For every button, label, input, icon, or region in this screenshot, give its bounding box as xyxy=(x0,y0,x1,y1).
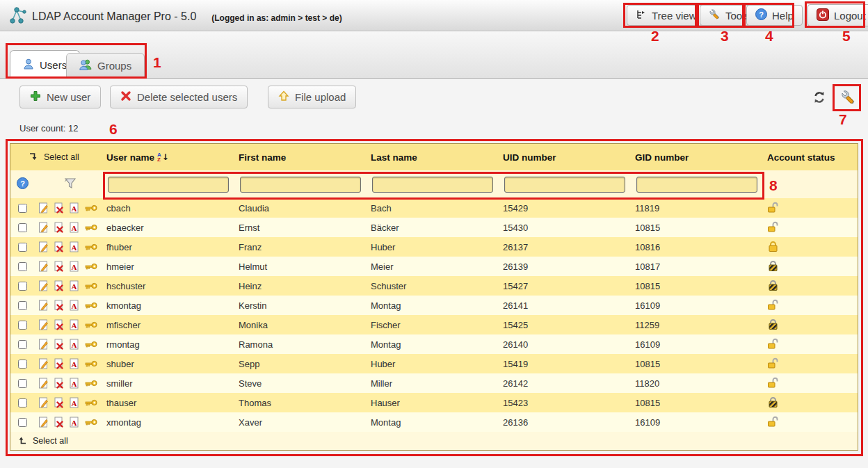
row-select-checkbox[interactable] xyxy=(18,360,27,369)
edit-user-icon[interactable] xyxy=(38,300,49,311)
tab-groups[interactable]: Groups xyxy=(66,53,145,79)
pdf-export-icon[interactable]: A xyxy=(69,202,79,213)
row-select-checkbox[interactable] xyxy=(18,243,27,252)
password-key-icon[interactable] xyxy=(84,379,97,387)
row-select-checkbox[interactable] xyxy=(18,301,27,310)
delete-user-icon[interactable] xyxy=(54,378,64,389)
col-firstname[interactable]: First name xyxy=(239,144,371,170)
edit-user-icon[interactable] xyxy=(38,358,49,369)
col-username[interactable]: User name AZ ↓ xyxy=(106,144,239,170)
filter-funnel-icon[interactable] xyxy=(63,177,77,192)
username-cell[interactable]: kmontag xyxy=(106,296,239,315)
pdf-export-icon[interactable]: A xyxy=(69,378,79,389)
delete-selected-users-button[interactable]: Delete selected users xyxy=(110,86,248,108)
password-key-icon[interactable] xyxy=(84,243,97,251)
pdf-export-icon[interactable]: A xyxy=(69,319,79,330)
username-cell[interactable]: fhuber xyxy=(106,237,239,257)
pdf-export-icon[interactable]: A xyxy=(69,222,79,233)
filter-help-icon[interactable]: ? xyxy=(17,177,29,191)
password-key-icon[interactable] xyxy=(84,418,97,426)
sort-az-icon[interactable]: AZ ↓ xyxy=(157,152,169,162)
list-settings-wrench-icon[interactable] xyxy=(840,89,857,106)
uid-cell: 15430 xyxy=(503,218,635,237)
table-row: A smiller Steve Miller 26142 11820 xyxy=(10,373,858,393)
username-cell[interactable]: xmontag xyxy=(106,412,239,432)
pdf-export-icon[interactable]: A xyxy=(69,261,79,272)
delete-user-icon[interactable] xyxy=(54,222,64,233)
pdf-export-icon[interactable]: A xyxy=(69,339,79,350)
edit-user-icon[interactable] xyxy=(38,319,49,330)
pdf-export-icon[interactable]: A xyxy=(69,397,79,408)
edit-user-icon[interactable] xyxy=(38,397,49,408)
password-key-icon[interactable] xyxy=(84,204,97,212)
delete-user-icon[interactable] xyxy=(54,241,64,252)
pdf-export-icon[interactable]: A xyxy=(69,280,79,291)
username-cell[interactable]: shuber xyxy=(106,354,239,373)
password-key-icon[interactable] xyxy=(84,360,97,368)
col-lastname[interactable]: Last name xyxy=(371,144,503,170)
username-cell[interactable]: hschuster xyxy=(106,276,239,296)
account-status-partially-locked-icon xyxy=(767,396,779,410)
help-button[interactable]: ? Help xyxy=(746,5,803,26)
delete-user-icon[interactable] xyxy=(54,339,64,350)
username-cell[interactable]: thauser xyxy=(106,393,239,412)
delete-user-icon[interactable] xyxy=(54,319,64,330)
filter-firstname-input[interactable] xyxy=(240,177,361,193)
edit-user-icon[interactable] xyxy=(38,280,49,291)
edit-user-icon[interactable] xyxy=(38,339,49,350)
row-select-checkbox[interactable] xyxy=(18,379,27,388)
row-select-checkbox[interactable] xyxy=(18,223,27,232)
edit-user-icon[interactable] xyxy=(38,378,49,389)
password-key-icon[interactable] xyxy=(84,301,97,309)
username-cell[interactable]: mfischer xyxy=(106,315,239,334)
col-gid[interactable]: GID number xyxy=(635,144,767,170)
delete-user-icon[interactable] xyxy=(54,300,64,311)
filter-gid-input[interactable] xyxy=(636,177,757,193)
delete-user-icon[interactable] xyxy=(54,358,64,369)
uid-cell: 26139 xyxy=(503,257,635,276)
password-key-icon[interactable] xyxy=(84,321,97,329)
username-cell[interactable]: smiller xyxy=(106,373,239,393)
filter-username-input[interactable] xyxy=(108,177,229,193)
row-select-checkbox[interactable] xyxy=(18,340,27,349)
username-cell[interactable]: rmontag xyxy=(106,334,239,354)
password-key-icon[interactable] xyxy=(84,340,97,348)
delete-user-icon[interactable] xyxy=(54,261,64,272)
select-all-top[interactable]: Select all xyxy=(10,144,106,170)
pdf-export-icon[interactable]: A xyxy=(69,241,79,252)
username-cell[interactable]: hmeier xyxy=(106,257,239,276)
filter-uid-input[interactable] xyxy=(504,177,625,193)
delete-user-icon[interactable] xyxy=(54,280,64,291)
filter-lastname-input[interactable] xyxy=(372,177,493,193)
refresh-icon[interactable] xyxy=(811,89,828,106)
row-select-checkbox[interactable] xyxy=(18,204,27,213)
delete-user-icon[interactable] xyxy=(54,397,64,408)
delete-user-icon[interactable] xyxy=(54,417,64,428)
pdf-export-icon[interactable]: A xyxy=(69,417,79,428)
pdf-export-icon[interactable]: A xyxy=(69,358,79,369)
password-key-icon[interactable] xyxy=(84,223,97,232)
row-select-checkbox[interactable] xyxy=(18,262,27,271)
tree-view-button[interactable]: Tree view xyxy=(627,5,705,26)
select-all-bottom[interactable]: Select all xyxy=(10,435,68,447)
delete-user-icon[interactable] xyxy=(54,202,64,213)
row-select-checkbox[interactable] xyxy=(18,282,27,291)
password-key-icon[interactable] xyxy=(84,282,97,290)
pdf-export-icon[interactable]: A xyxy=(69,300,79,311)
password-key-icon[interactable] xyxy=(84,398,97,407)
edit-user-icon[interactable] xyxy=(38,222,49,233)
username-cell[interactable]: cbach xyxy=(106,198,239,218)
file-upload-button[interactable]: File upload xyxy=(268,86,356,108)
edit-user-icon[interactable] xyxy=(38,417,49,428)
row-select-checkbox[interactable] xyxy=(18,418,27,427)
username-cell[interactable]: ebaecker xyxy=(106,218,239,237)
row-select-checkbox[interactable] xyxy=(18,321,27,330)
edit-user-icon[interactable] xyxy=(38,241,49,252)
new-user-button[interactable]: New user xyxy=(19,86,101,108)
password-key-icon[interactable] xyxy=(84,262,97,271)
row-select-checkbox[interactable] xyxy=(18,398,27,408)
logout-button[interactable]: Logout xyxy=(807,4,868,26)
edit-user-icon[interactable] xyxy=(38,202,49,213)
col-uid[interactable]: UID number xyxy=(503,144,635,170)
edit-user-icon[interactable] xyxy=(38,261,49,272)
